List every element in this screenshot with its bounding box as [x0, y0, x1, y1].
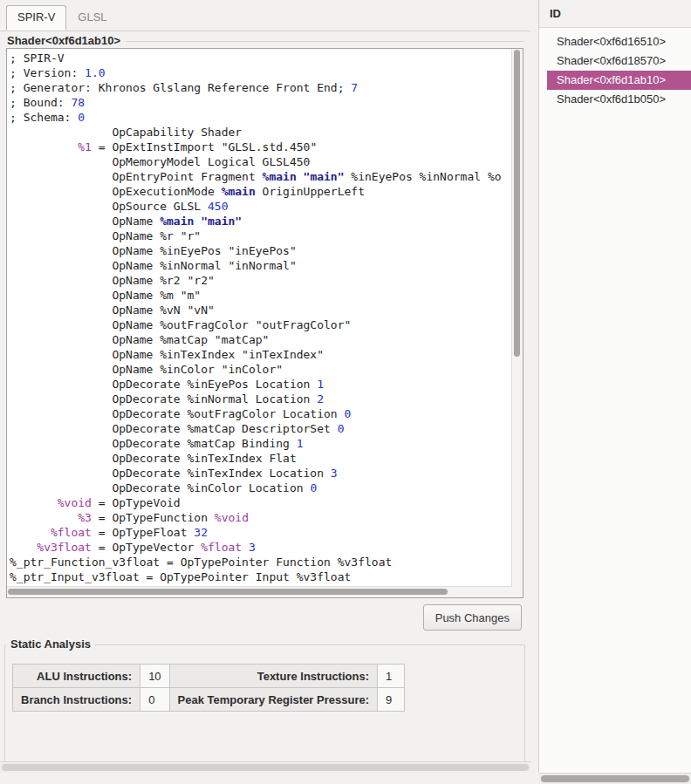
scrollbar-corner — [512, 587, 523, 597]
push-changes-button[interactable]: Push Changes — [423, 604, 522, 631]
code-line: OpName %r "r" — [10, 228, 512, 243]
static-analysis-title: Static Analysis — [6, 637, 95, 651]
analysis-label-cell: ALU Instructions: — [13, 665, 140, 688]
code-vertical-scrollbar[interactable] — [511, 49, 523, 587]
code-line: ; Version: 1.0 — [10, 65, 512, 80]
tab-bar: SPIR-VGLSL — [6, 5, 530, 31]
code-line: %float = OpTypeFloat 32 — [10, 525, 512, 540]
code-frame: ; SPIR-V; Version: 1.0; Generator: Khron… — [6, 48, 523, 598]
code-line: OpName %inTexIndex "inTexIndex" — [10, 347, 512, 362]
analysis-value-cell: 10 — [140, 665, 169, 688]
code-horizontal-scrollbar[interactable] — [7, 586, 512, 597]
analysis-label-cell: Peak Temporary Register Pressure: — [169, 688, 377, 712]
code-line: OpMemoryModel Logical GLSL450 — [10, 154, 512, 169]
shader-editor-pane: SPIR-VGLSL Shader<0xf6d1ab10> ; SPIR-V; … — [0, 0, 530, 773]
analysis-value-cell: 9 — [378, 688, 405, 712]
code-line: %_ptr_Function_v3float = OpTypePointer F… — [10, 555, 512, 569]
right-scrollbar-thumb[interactable] — [541, 775, 689, 782]
title-divider — [126, 41, 523, 42]
code-line: OpExecutionMode %main OriginUpperLeft — [10, 184, 512, 199]
shader-id-item[interactable]: Shader<0xf6d1ab10> — [547, 71, 691, 90]
shader-debugger-window: SPIR-VGLSL Shader<0xf6d1ab10> ; SPIR-V; … — [0, 0, 691, 784]
analysis-value-cell: 1 — [378, 665, 405, 688]
code-line: %_ptr_Input_v3float = OpTypePointer Inpu… — [10, 569, 512, 584]
code-view[interactable]: ; SPIR-V; Version: 1.0; Generator: Khron… — [7, 49, 512, 587]
analysis-value-cell: 0 — [140, 688, 169, 712]
code-line: OpDecorate %outFragColor Location 0 — [10, 406, 512, 421]
static-analysis-table: ALU Instructions:10Texture Instructions:… — [12, 664, 405, 712]
id-panel-header: ID — [539, 0, 691, 28]
code-line: %3 = OpTypeFunction %void — [10, 510, 512, 525]
code-line: OpDecorate %inEyePos Location 1 — [10, 377, 512, 392]
shader-id-list: Shader<0xf6d16510>Shader<0xf6d18570>Shad… — [539, 28, 691, 109]
shader-title: Shader<0xf6d1ab10> — [7, 34, 120, 47]
code-line: OpDecorate %inNormal Location 2 — [10, 392, 512, 406]
shader-id-item[interactable]: Shader<0xf6d1b050> — [547, 90, 691, 109]
tab-glsl[interactable]: GLSL — [66, 5, 118, 30]
code-line: OpName %inColor "inColor" — [10, 362, 512, 377]
code-line: ; Bound: 78 — [10, 95, 512, 110]
left-pane-horizontal-scrollbar[interactable] — [0, 761, 530, 773]
code-line: OpName %vN "vN" — [10, 303, 512, 317]
static-analysis-group: Static Analysis ALU Instructions:10Textu… — [4, 637, 525, 769]
shader-title-row: Shader<0xf6d1ab10> — [7, 34, 523, 47]
analysis-table-body: ALU Instructions:10Texture Instructions:… — [13, 665, 405, 712]
code-line: OpName %inEyePos "inEyePos" — [10, 243, 512, 258]
code-line: %void = OpTypeVoid — [10, 495, 512, 510]
code-line: ; Generator: Khronos Glslang Reference F… — [10, 80, 512, 95]
left-scrollbar-thumb[interactable] — [2, 764, 529, 771]
shader-id-item[interactable]: Shader<0xf6d18570> — [547, 51, 691, 71]
code-line: OpName %m "m" — [10, 288, 512, 303]
shader-id-item[interactable]: Shader<0xf6d16510> — [547, 32, 691, 51]
analysis-row: Branch Instructions:0Peak Temporary Regi… — [13, 688, 405, 712]
code-line: OpSource GLSL 450 — [10, 199, 512, 214]
code-line: OpName %main "main" — [10, 214, 512, 228]
id-panel-horizontal-scrollbar[interactable] — [539, 773, 691, 784]
code-line: OpName %inNormal "inNormal" — [10, 258, 512, 273]
analysis-label-cell: Branch Instructions: — [13, 688, 140, 712]
code-line: OpEntryPoint Fragment %main "main" %inEy… — [10, 169, 512, 184]
code-line: OpName %outFragColor "outFragColor" — [10, 317, 512, 332]
analysis-row: ALU Instructions:10Texture Instructions:… — [13, 665, 405, 688]
code-line: OpName %matCap "matCap" — [10, 332, 512, 347]
code-line: OpDecorate %matCap DescriptorSet 0 — [10, 421, 512, 436]
code-line: %1 = OpExtInstImport "GLSL.std.450" — [10, 140, 512, 154]
code-line: ; Schema: 0 — [10, 110, 512, 125]
horizontal-scrollbar-thumb[interactable] — [8, 589, 448, 595]
code-line: OpDecorate %inColor Location 0 — [10, 481, 512, 495]
code-line: OpDecorate %inTexIndex Flat — [10, 451, 512, 466]
id-panel: ID Shader<0xf6d16510>Shader<0xf6d18570>S… — [538, 0, 691, 773]
code-line: OpDecorate %inTexIndex Location 3 — [10, 466, 512, 481]
code-line: %v3float = OpTypeVector %float 3 — [10, 540, 512, 555]
vertical-scrollbar-thumb[interactable] — [514, 50, 520, 357]
code-line: OpCapability Shader — [10, 125, 512, 140]
code-line: OpName %r2 "r2" — [10, 273, 512, 288]
code-line: OpDecorate %matCap Binding 1 — [10, 436, 512, 451]
tab-spir-v[interactable]: SPIR-V — [6, 5, 66, 31]
analysis-label-cell: Texture Instructions: — [169, 665, 377, 688]
code-line: ; SPIR-V — [10, 51, 512, 65]
